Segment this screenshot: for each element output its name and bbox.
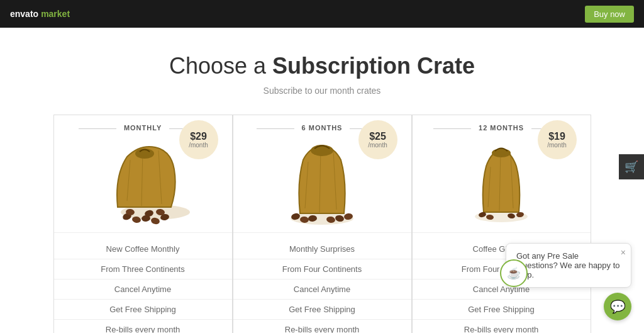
header: envatomarket Buy now <box>0 0 644 28</box>
card-image-12months <box>413 132 591 232</box>
chat-bubble: × Got any Pre Sale Questions? We are hap… <box>506 243 631 288</box>
feature-item-0-2: Cancel Anytime <box>54 279 232 300</box>
feature-item-1-3: Get Free Shipping <box>233 300 411 320</box>
feature-item-0-1: From Three Continents <box>54 259 232 279</box>
page-subtitle: Subscribe to our month crates <box>13 86 631 96</box>
card-image-6months <box>233 132 411 232</box>
chat-open-button[interactable]: 💬 <box>604 293 631 320</box>
logo-envato: envato <box>10 9 38 19</box>
chat-icon: 💬 <box>610 299 626 314</box>
svg-point-21 <box>311 145 333 156</box>
cart-sidebar[interactable]: 🛒 <box>619 154 644 179</box>
logo-market: market <box>41 9 70 19</box>
feature-item-1-1: From Four Continents <box>233 259 411 279</box>
cart-icon: 🛒 <box>625 160 638 174</box>
page-title: Choose a Subscription Crate <box>13 53 631 79</box>
buy-now-button[interactable]: Buy now <box>585 6 634 23</box>
title-bold: Subscription Crate <box>272 53 475 79</box>
chat-widget: × Got any Pre Sale Questions? We are hap… <box>506 243 631 320</box>
feature-item-0-4: Re-bills every month <box>54 320 232 333</box>
chat-bot-avatar: ☕ <box>500 259 528 287</box>
feature-item-0-0: New Coffee Monthly <box>54 239 232 259</box>
chat-message: Got any Pre Sale Questions? We are happy… <box>516 251 620 279</box>
feature-item-1-2: Cancel Anytime <box>233 279 411 300</box>
close-icon[interactable]: × <box>621 247 626 257</box>
feature-item-1-0: Monthly Surprises <box>233 239 411 259</box>
features-list-monthly: New Coffee Monthly From Three Continents… <box>54 232 232 333</box>
feature-item-1-4: Re-bills every month <box>233 320 411 333</box>
card-image-monthly <box>54 132 232 232</box>
plan-card-monthly: MONTHLY $29 /month <box>53 115 233 333</box>
feature-item-2-4: Re-bills every month <box>413 320 591 333</box>
chat-bot-icon: ☕ <box>507 266 521 280</box>
svg-point-28 <box>492 149 511 157</box>
plan-card-6months: 6 MONTHS $25 /month <box>233 115 412 333</box>
title-light: Choose a <box>169 53 272 79</box>
feature-item-0-3: Get Free Shipping <box>54 300 232 320</box>
features-list-6months: Monthly Surprises From Four Continents C… <box>233 232 411 333</box>
logo: envatomarket <box>10 9 70 19</box>
